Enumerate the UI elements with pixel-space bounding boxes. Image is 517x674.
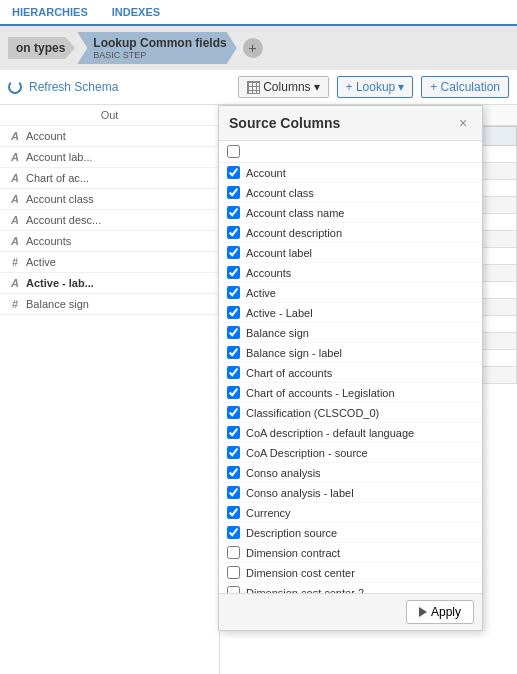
- sc-list-item: Dimension contract: [219, 543, 482, 563]
- refresh-schema-button[interactable]: Refresh Schema: [8, 80, 118, 94]
- sc-item-checkbox[interactable]: [227, 286, 240, 299]
- out-row: AActive - lab...: [0, 273, 219, 294]
- sc-item-label: Account label: [246, 247, 312, 259]
- sc-item-checkbox[interactable]: [227, 366, 240, 379]
- sc-header: Source Columns ×: [219, 106, 482, 141]
- out-row-label: Chart of ac...: [26, 172, 89, 184]
- sc-list-item: Account class: [219, 183, 482, 203]
- nav-hierarchies[interactable]: HIERARCHIES: [8, 4, 92, 20]
- sc-item-checkbox[interactable]: [227, 266, 240, 279]
- out-panel: Out AAccountAAccount lab...AChart of ac.…: [0, 105, 220, 674]
- out-row: AAccount: [0, 126, 219, 147]
- add-step-button[interactable]: +: [243, 38, 263, 58]
- sc-item-checkbox[interactable]: [227, 206, 240, 219]
- sc-item-label: Account: [246, 167, 286, 179]
- sc-list-item: Dimension cost center 2: [219, 583, 482, 593]
- out-row-label: Active - lab...: [26, 277, 94, 289]
- text-icon: A: [8, 129, 22, 143]
- sc-list-item: CoA Description - source: [219, 443, 482, 463]
- step-bar: on types Lookup Common fields BASIC STEP…: [0, 26, 517, 70]
- sc-item-checkbox[interactable]: [227, 386, 240, 399]
- lookup-chevron-icon: ▾: [398, 80, 404, 94]
- hash-icon: #: [8, 297, 22, 311]
- step2-sublabel: BASIC STEP: [93, 50, 226, 60]
- out-row-label: Accounts: [26, 235, 71, 247]
- step-item-2[interactable]: Lookup Common fields BASIC STEP: [77, 32, 236, 64]
- sc-item-checkbox[interactable]: [227, 166, 240, 179]
- sc-item-checkbox[interactable]: [227, 186, 240, 199]
- sc-item-label: Account class name: [246, 207, 344, 219]
- sc-list-item: Account: [219, 163, 482, 183]
- source-columns-panel: Source Columns × AccountAccount classAcc…: [218, 105, 483, 631]
- sc-item-label: Active: [246, 287, 276, 299]
- sc-title: Source Columns: [229, 115, 454, 131]
- hash-icon: #: [8, 255, 22, 269]
- sc-item-checkbox[interactable]: [227, 346, 240, 359]
- sc-item-label: Active - Label: [246, 307, 313, 319]
- sc-item-checkbox[interactable]: [227, 466, 240, 479]
- sc-list: AccountAccount classAccount class nameAc…: [219, 163, 482, 593]
- sc-item-checkbox[interactable]: [227, 326, 240, 339]
- sc-item-label: Currency: [246, 507, 291, 519]
- play-icon: [419, 607, 427, 617]
- sc-footer: Apply: [219, 593, 482, 630]
- sc-item-label: Classification (CLSCOD_0): [246, 407, 379, 419]
- sc-list-item: Account class name: [219, 203, 482, 223]
- nav-indexes[interactable]: INDEXES: [108, 4, 164, 20]
- sc-item-checkbox[interactable]: [227, 586, 240, 593]
- sc-item-checkbox[interactable]: [227, 246, 240, 259]
- out-row: AChart of ac...: [0, 168, 219, 189]
- out-row-label: Account desc...: [26, 214, 101, 226]
- sc-item-checkbox[interactable]: [227, 526, 240, 539]
- columns-grid-icon: [247, 81, 260, 94]
- toolbar: Refresh Schema Columns ▾ + Lookup ▾ + Ca…: [0, 70, 517, 105]
- sc-close-button[interactable]: ×: [454, 114, 472, 132]
- sc-item-checkbox[interactable]: [227, 406, 240, 419]
- sc-list-item: Description source: [219, 523, 482, 543]
- step2-label: Lookup Common fields: [93, 36, 226, 50]
- sc-item-label: Chart of accounts: [246, 367, 332, 379]
- sc-item-checkbox[interactable]: [227, 506, 240, 519]
- sc-item-checkbox[interactable]: [227, 446, 240, 459]
- apply-button[interactable]: Apply: [406, 600, 474, 624]
- refresh-label: Refresh Schema: [29, 80, 118, 94]
- sc-list-item: Balance sign: [219, 323, 482, 343]
- sc-list-item: Chart of accounts: [219, 363, 482, 383]
- sc-list-item: Conso analysis: [219, 463, 482, 483]
- sc-item-label: Conso analysis: [246, 467, 321, 479]
- out-row-label: Account lab...: [26, 151, 93, 163]
- apply-label: Apply: [431, 605, 461, 619]
- text-icon: A: [8, 150, 22, 164]
- out-row: #Active: [0, 252, 219, 273]
- sc-item-label: Dimension cost center: [246, 567, 355, 579]
- sc-item-checkbox[interactable]: [227, 306, 240, 319]
- step1-label: on types: [16, 41, 65, 55]
- sc-list-item: Active - Label: [219, 303, 482, 323]
- top-nav: HIERARCHIES INDEXES: [0, 0, 517, 26]
- sc-select-all-checkbox[interactable]: [227, 145, 240, 158]
- text-icon: A: [8, 276, 22, 290]
- calculation-button[interactable]: + Calculation: [421, 76, 509, 98]
- out-row: AAccount lab...: [0, 147, 219, 168]
- sc-item-label: Account class: [246, 187, 314, 199]
- sc-item-checkbox[interactable]: [227, 486, 240, 499]
- step-item-1[interactable]: on types: [8, 37, 75, 59]
- sc-item-checkbox[interactable]: [227, 226, 240, 239]
- text-icon: A: [8, 171, 22, 185]
- out-row-label: Balance sign: [26, 298, 89, 310]
- columns-button[interactable]: Columns ▾: [238, 76, 328, 98]
- sc-select-all-row: [219, 141, 482, 163]
- sc-item-checkbox[interactable]: [227, 546, 240, 559]
- out-row: #Balance sign: [0, 294, 219, 315]
- columns-label: Columns: [263, 80, 310, 94]
- lookup-button[interactable]: + Lookup ▾: [337, 76, 414, 98]
- sc-item-checkbox[interactable]: [227, 566, 240, 579]
- main-area: Out AAccountAAccount lab...AChart of ac.…: [0, 105, 517, 674]
- sc-list-item: Classification (CLSCOD_0): [219, 403, 482, 423]
- sc-item-label: CoA Description - source: [246, 447, 368, 459]
- sc-item-label: Balance sign - label: [246, 347, 342, 359]
- sc-item-checkbox[interactable]: [227, 426, 240, 439]
- refresh-icon: [8, 80, 22, 94]
- calculation-label: + Calculation: [430, 80, 500, 94]
- out-header: Out: [0, 105, 219, 126]
